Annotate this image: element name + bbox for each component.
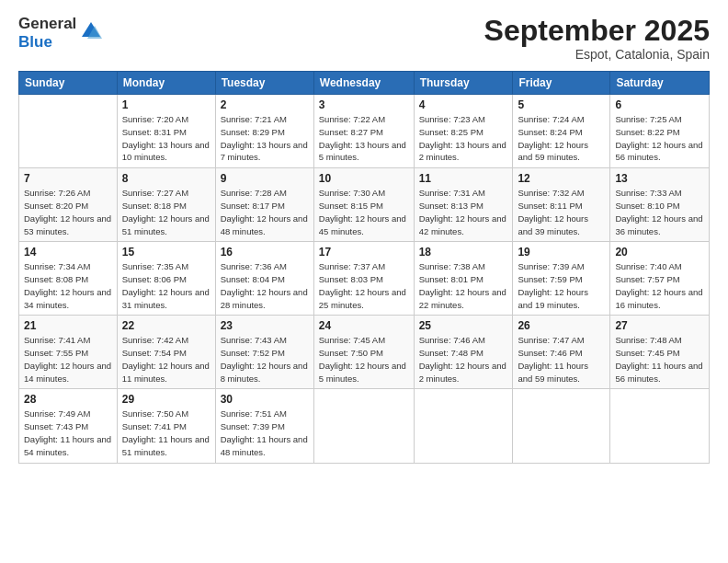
calendar-cell: 7Sunrise: 7:26 AMSunset: 8:20 PMDaylight… xyxy=(19,168,118,242)
day-info: Sunrise: 7:43 AMSunset: 7:52 PMDaylight:… xyxy=(221,334,309,385)
day-number: 26 xyxy=(518,319,605,332)
weekday-header-sunday: Sunday xyxy=(19,72,118,95)
day-info: Sunrise: 7:25 AMSunset: 8:22 PMDaylight:… xyxy=(615,113,704,164)
calendar-cell: 16Sunrise: 7:36 AMSunset: 8:04 PMDayligh… xyxy=(215,242,313,316)
page: General Blue September 2025 Espot, Catal… xyxy=(0,0,728,563)
day-number: 3 xyxy=(319,98,409,111)
day-info: Sunrise: 7:45 AMSunset: 7:50 PMDaylight:… xyxy=(319,334,409,385)
day-number: 11 xyxy=(419,172,508,185)
day-number: 2 xyxy=(221,98,309,111)
day-number: 12 xyxy=(518,172,605,185)
day-info: Sunrise: 7:37 AMSunset: 8:03 PMDaylight:… xyxy=(319,260,409,311)
week-row-0: 1Sunrise: 7:20 AMSunset: 8:31 PMDaylight… xyxy=(19,95,710,168)
day-info: Sunrise: 7:47 AMSunset: 7:46 PMDaylight:… xyxy=(518,334,605,385)
calendar-cell xyxy=(313,389,414,463)
day-info: Sunrise: 7:36 AMSunset: 8:04 PMDaylight:… xyxy=(221,260,309,311)
day-number: 9 xyxy=(221,172,309,185)
weekday-header-saturday: Saturday xyxy=(610,72,710,95)
day-info: Sunrise: 7:41 AMSunset: 7:55 PMDaylight:… xyxy=(24,334,112,385)
day-number: 17 xyxy=(319,246,409,259)
weekday-header-tuesday: Tuesday xyxy=(215,72,313,95)
calendar-cell: 4Sunrise: 7:23 AMSunset: 8:25 PMDaylight… xyxy=(414,95,513,168)
day-info: Sunrise: 7:22 AMSunset: 8:27 PMDaylight:… xyxy=(319,113,409,164)
day-info: Sunrise: 7:21 AMSunset: 8:29 PMDaylight:… xyxy=(221,113,309,164)
calendar-cell: 30Sunrise: 7:51 AMSunset: 7:39 PMDayligh… xyxy=(215,389,313,463)
day-info: Sunrise: 7:33 AMSunset: 8:10 PMDaylight:… xyxy=(615,187,704,237)
day-info: Sunrise: 7:50 AMSunset: 7:41 PMDaylight:… xyxy=(122,408,210,458)
day-number: 19 xyxy=(518,246,605,259)
day-number: 6 xyxy=(615,98,704,111)
day-info: Sunrise: 7:27 AMSunset: 8:18 PMDaylight:… xyxy=(122,187,210,237)
logo-blue: Blue xyxy=(18,33,52,51)
calendar-cell xyxy=(513,389,610,463)
header: General Blue September 2025 Espot, Catal… xyxy=(18,15,710,62)
day-number: 28 xyxy=(24,393,112,406)
day-info: Sunrise: 7:23 AMSunset: 8:25 PMDaylight:… xyxy=(419,113,508,164)
calendar-cell: 15Sunrise: 7:35 AMSunset: 8:06 PMDayligh… xyxy=(117,242,215,316)
day-info: Sunrise: 7:35 AMSunset: 8:06 PMDaylight:… xyxy=(122,260,210,311)
day-info: Sunrise: 7:20 AMSunset: 8:31 PMDaylight:… xyxy=(122,113,210,164)
calendar-cell: 8Sunrise: 7:27 AMSunset: 8:18 PMDaylight… xyxy=(117,168,215,242)
calendar-cell: 2Sunrise: 7:21 AMSunset: 8:29 PMDaylight… xyxy=(215,95,313,168)
logo-text: General Blue xyxy=(18,15,76,51)
day-info: Sunrise: 7:51 AMSunset: 7:39 PMDaylight:… xyxy=(221,408,309,458)
calendar-cell: 20Sunrise: 7:40 AMSunset: 7:57 PMDayligh… xyxy=(610,242,710,316)
calendar-cell: 23Sunrise: 7:43 AMSunset: 7:52 PMDayligh… xyxy=(215,316,313,389)
day-info: Sunrise: 7:38 AMSunset: 8:01 PMDaylight:… xyxy=(419,260,508,311)
day-info: Sunrise: 7:24 AMSunset: 8:24 PMDaylight:… xyxy=(518,113,605,164)
calendar-cell: 22Sunrise: 7:42 AMSunset: 7:54 PMDayligh… xyxy=(117,316,215,389)
day-number: 30 xyxy=(221,393,309,406)
day-number: 13 xyxy=(615,172,704,185)
weekday-header-friday: Friday xyxy=(513,72,610,95)
calendar-cell: 9Sunrise: 7:28 AMSunset: 8:17 PMDaylight… xyxy=(215,168,313,242)
day-info: Sunrise: 7:26 AMSunset: 8:20 PMDaylight:… xyxy=(24,187,112,237)
day-number: 20 xyxy=(615,246,704,259)
day-number: 4 xyxy=(419,98,508,111)
day-number: 5 xyxy=(518,98,605,111)
calendar-cell: 21Sunrise: 7:41 AMSunset: 7:55 PMDayligh… xyxy=(19,316,118,389)
day-number: 29 xyxy=(122,393,210,406)
day-number: 14 xyxy=(24,246,112,259)
weekday-header-row: SundayMondayTuesdayWednesdayThursdayFrid… xyxy=(19,72,710,95)
calendar-cell: 26Sunrise: 7:47 AMSunset: 7:46 PMDayligh… xyxy=(513,316,610,389)
day-number: 22 xyxy=(122,319,210,332)
day-number: 21 xyxy=(24,319,112,332)
calendar-table: SundayMondayTuesdayWednesdayThursdayFrid… xyxy=(18,71,710,463)
week-row-2: 14Sunrise: 7:34 AMSunset: 8:08 PMDayligh… xyxy=(19,242,710,316)
day-info: Sunrise: 7:31 AMSunset: 8:13 PMDaylight:… xyxy=(419,187,508,237)
weekday-header-thursday: Thursday xyxy=(414,72,513,95)
day-info: Sunrise: 7:48 AMSunset: 7:45 PMDaylight:… xyxy=(615,334,704,385)
week-row-3: 21Sunrise: 7:41 AMSunset: 7:55 PMDayligh… xyxy=(19,316,710,389)
day-number: 24 xyxy=(319,319,409,332)
day-info: Sunrise: 7:42 AMSunset: 7:54 PMDaylight:… xyxy=(122,334,210,385)
subtitle: Espot, Catalonia, Spain xyxy=(484,47,710,62)
calendar-cell: 5Sunrise: 7:24 AMSunset: 8:24 PMDaylight… xyxy=(513,95,610,168)
calendar-cell: 10Sunrise: 7:30 AMSunset: 8:15 PMDayligh… xyxy=(313,168,414,242)
calendar-cell: 11Sunrise: 7:31 AMSunset: 8:13 PMDayligh… xyxy=(414,168,513,242)
day-number: 25 xyxy=(419,319,508,332)
day-info: Sunrise: 7:40 AMSunset: 7:57 PMDaylight:… xyxy=(615,260,704,311)
day-number: 1 xyxy=(122,98,210,111)
day-info: Sunrise: 7:46 AMSunset: 7:48 PMDaylight:… xyxy=(419,334,508,385)
calendar-cell: 24Sunrise: 7:45 AMSunset: 7:50 PMDayligh… xyxy=(313,316,414,389)
weekday-header-wednesday: Wednesday xyxy=(313,72,414,95)
week-row-4: 28Sunrise: 7:49 AMSunset: 7:43 PMDayligh… xyxy=(19,389,710,463)
calendar-cell: 17Sunrise: 7:37 AMSunset: 8:03 PMDayligh… xyxy=(313,242,414,316)
calendar-cell: 3Sunrise: 7:22 AMSunset: 8:27 PMDaylight… xyxy=(313,95,414,168)
calendar-cell: 14Sunrise: 7:34 AMSunset: 8:08 PMDayligh… xyxy=(19,242,118,316)
day-number: 7 xyxy=(24,172,112,185)
calendar-cell: 6Sunrise: 7:25 AMSunset: 8:22 PMDaylight… xyxy=(610,95,710,168)
calendar-cell: 29Sunrise: 7:50 AMSunset: 7:41 PMDayligh… xyxy=(117,389,215,463)
day-info: Sunrise: 7:49 AMSunset: 7:43 PMDaylight:… xyxy=(24,408,112,458)
calendar-cell: 1Sunrise: 7:20 AMSunset: 8:31 PMDaylight… xyxy=(117,95,215,168)
calendar-cell: 27Sunrise: 7:48 AMSunset: 7:45 PMDayligh… xyxy=(610,316,710,389)
day-number: 27 xyxy=(615,319,704,332)
day-info: Sunrise: 7:32 AMSunset: 8:11 PMDaylight:… xyxy=(518,187,605,237)
day-info: Sunrise: 7:28 AMSunset: 8:17 PMDaylight:… xyxy=(221,187,309,237)
calendar-cell xyxy=(19,95,118,168)
title-section: September 2025 Espot, Catalonia, Spain xyxy=(484,15,710,62)
day-number: 16 xyxy=(221,246,309,259)
month-title: September 2025 xyxy=(484,15,710,47)
day-number: 18 xyxy=(419,246,508,259)
week-row-1: 7Sunrise: 7:26 AMSunset: 8:20 PMDaylight… xyxy=(19,168,710,242)
